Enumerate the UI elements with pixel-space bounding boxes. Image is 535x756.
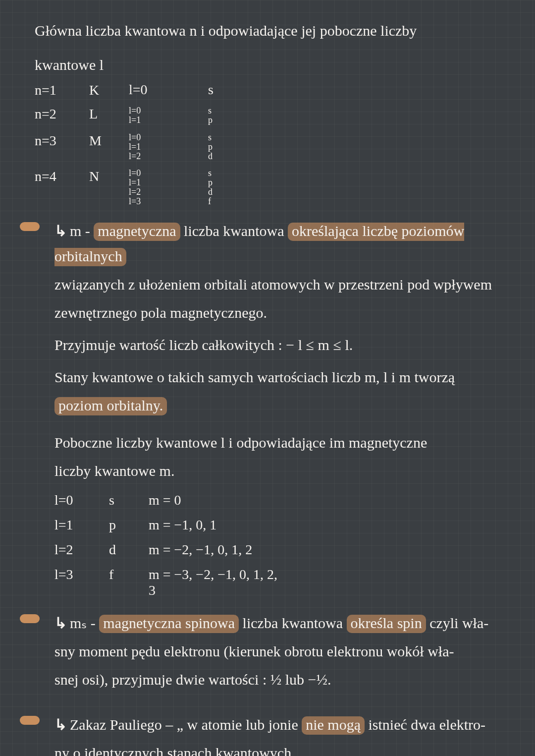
body-text: poziom orbitalny. [35, 393, 500, 418]
body-text: sny moment pędu elektronu (kierunek obro… [35, 639, 500, 664]
cell-orb: spd [208, 133, 248, 161]
cell-orb: p [109, 517, 149, 533]
body-text: snej osi), przyjmuje dwie wartości : ½ l… [35, 667, 500, 692]
cell-n: n=1 [35, 82, 89, 98]
cell-orb: s [208, 82, 248, 97]
cell-orb: sp [208, 106, 248, 125]
arrow-icon: ↳ [54, 223, 67, 239]
arrow-icon: ↳ [54, 716, 67, 733]
body-text: Przyjmuje wartość liczb całkowitych : − … [35, 332, 500, 357]
heading-2a: Poboczne liczby kwantowe l i odpowiadają… [35, 430, 500, 455]
table-row: n=1Kl=0s [35, 82, 500, 98]
m-definition: ↳m - magnetyczna liczba kwantowa określa… [35, 218, 500, 269]
table-l-m: l=0sm = 0l=1pm = −1, 0, 1l=2dm = −2, −1,… [35, 492, 500, 598]
cell-m: m = −2, −1, 0, 1, 2 [149, 542, 277, 558]
highlight: magnetyczna spinowa [99, 615, 239, 633]
cell-n: n=2 [35, 106, 89, 122]
cell-m: m = −3, −2, −1, 0, 1, 2, 3 [149, 567, 277, 598]
cell-orb: spdf [208, 169, 248, 206]
body-text: zewnętrznego pola magnetycznego. [35, 300, 500, 325]
heading-line-1: Główna liczba kwantowa n i odpowiadające… [35, 18, 500, 43]
cell-n: n=3 [35, 133, 89, 149]
cell-l: l=0l=1 [129, 106, 208, 125]
cell-l: l=0l=1l=2l=3 [129, 169, 208, 206]
highlight: określa spin [347, 615, 426, 633]
highlight: magnetyczna [94, 223, 180, 241]
heading-line-2: kwantowe l [35, 52, 500, 77]
cell-l: l=2 [54, 542, 109, 558]
cell-shell: K [89, 82, 129, 98]
table-row: l=3fm = −3, −2, −1, 0, 1, 2, 3 [54, 567, 500, 598]
table-row: l=0sm = 0 [54, 492, 500, 508]
ms-definition: ↳mₛ - magnetyczna spinowa liczba kwantow… [35, 610, 500, 636]
arrow-icon: ↳ [54, 615, 67, 631]
table-row: n=3Ml=0l=1l=2spd [35, 133, 500, 161]
cell-orb: f [109, 567, 149, 582]
highlight: nie mogą [302, 716, 365, 735]
cell-m: m = −1, 0, 1 [149, 517, 277, 533]
table-row: n=4Nl=0l=1l=2l=3spdf [35, 169, 500, 206]
body-text: ny o identycznych stanach kwantowych. [35, 740, 500, 756]
table-row: l=2dm = −2, −1, 0, 1, 2 [54, 542, 500, 558]
cell-n: n=4 [35, 169, 89, 184]
table-row: l=1pm = −1, 0, 1 [54, 517, 500, 533]
table-n-l: n=1Kl=0sn=2Ll=0l=1spn=3Ml=0l=1l=2spdn=4N… [35, 82, 500, 206]
cell-orb: d [109, 542, 149, 558]
table-row: n=2Ll=0l=1sp [35, 106, 500, 125]
cell-shell: M [89, 133, 129, 149]
cell-l: l=1 [54, 517, 109, 533]
body-text: związanych z ułożeniem orbitali atomowyc… [35, 272, 500, 297]
cell-shell: N [89, 169, 129, 184]
cell-orb: s [109, 492, 149, 508]
cell-shell: L [89, 106, 129, 122]
cell-m: m = 0 [149, 492, 277, 508]
pauli-definition: ↳Zakaz Pauliego – „ w atomie lub jonie n… [35, 712, 500, 737]
cell-l: l=0 [54, 492, 109, 508]
cell-l: l=0 [129, 82, 208, 97]
cell-l: l=0l=1l=2 [129, 133, 208, 161]
heading-2b: liczby kwantowe m. [35, 458, 500, 483]
body-text: Stany kwantowe o takich samych wartościa… [35, 364, 500, 390]
cell-l: l=3 [54, 567, 109, 582]
highlight: poziom orbitalny. [54, 397, 167, 415]
